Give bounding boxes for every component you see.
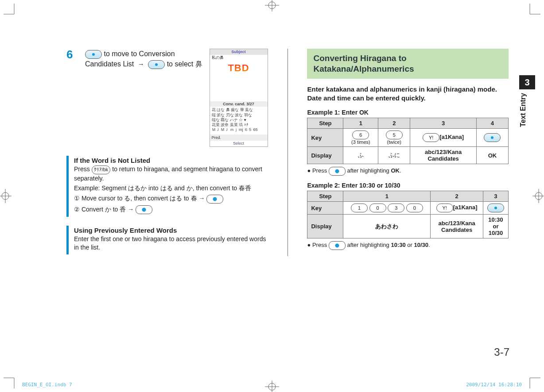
right-column: Converting Hiragana to Katakana/Alphanum… bbox=[307, 49, 509, 256]
note-heading: If the Word is Not Listed bbox=[74, 157, 268, 164]
phone-candidates: 花 はな 鼻 歯な 華 葉な 端 派な 刃な 波な 羽な 端な 覇な ハナ ☆ … bbox=[210, 107, 268, 134]
yahoo-key-icon: Y! bbox=[423, 133, 439, 142]
note-box: If the Word is Not Listed Press ｸﾘｱ/bk t… bbox=[66, 156, 268, 217]
center-key-icon bbox=[206, 195, 223, 204]
page-number: 3-7 bbox=[494, 346, 509, 358]
center-key-icon bbox=[136, 205, 152, 214]
phone-conv-bar: Conv. cand. 3/27 bbox=[210, 101, 268, 107]
nav-dpad-icon bbox=[484, 133, 501, 142]
footer-timestamp: 2009/12/14 16:28:10 bbox=[466, 382, 522, 388]
center-key-icon bbox=[329, 241, 346, 250]
phone-entered: 私の鼻 bbox=[210, 55, 268, 61]
step-number: 6 bbox=[66, 49, 79, 60]
note-text: Example: Segment はるか into はる and か, then… bbox=[74, 184, 268, 192]
digit-key-icon: 6 bbox=[352, 131, 369, 139]
step-row: 6 to move to Conversion Candidates List … bbox=[66, 49, 268, 147]
note-text: Enter the first one or two hiragana to a… bbox=[74, 235, 268, 252]
example-title: Example 1: Enter OK bbox=[307, 109, 509, 116]
example1-table: Step 1 2 3 4 Key 6 (3 times) 5 bbox=[307, 118, 509, 164]
crop-mark-icon bbox=[525, 373, 540, 388]
yahoo-key-icon: Y! bbox=[436, 204, 453, 212]
note-box: Using Previously Entered Words Enter the… bbox=[66, 226, 268, 254]
register-mark-icon bbox=[532, 183, 544, 209]
phone-screenshot: Subject 私の鼻 TBD Conv. cand. 3/27 花 はな 鼻 … bbox=[210, 49, 268, 147]
digit-key-icon: 5 bbox=[386, 131, 403, 139]
digit-key-icon: 3 bbox=[388, 204, 404, 212]
digit-key-icon: 0 bbox=[369, 204, 386, 212]
crop-mark-icon bbox=[4, 4, 19, 19]
section-heading: Converting Hiragana to Katakana/Alphanum… bbox=[307, 49, 509, 79]
note-text: ② Convert か to 香 → bbox=[74, 206, 136, 213]
phone-pred: Pred. bbox=[212, 135, 221, 140]
center-key-icon bbox=[329, 167, 346, 176]
svg-point-4 bbox=[92, 53, 95, 56]
svg-point-5 bbox=[155, 63, 158, 66]
left-column: 6 to move to Conversion Candidates List … bbox=[66, 49, 268, 254]
note-text: Press bbox=[74, 165, 92, 173]
footer-file: BEGIN_E_OI.indb 7 bbox=[22, 382, 72, 388]
crop-mark-icon bbox=[525, 4, 540, 19]
example-title: Example 2: Enter 10:30 or 10/30 bbox=[307, 182, 509, 189]
example1-note: Press after highlighting OK. bbox=[307, 167, 509, 176]
nav-dpad-icon bbox=[148, 60, 165, 69]
phone-title: Subject bbox=[210, 49, 268, 55]
svg-point-6 bbox=[491, 136, 493, 139]
svg-point-7 bbox=[494, 207, 497, 209]
column-divider bbox=[288, 49, 288, 256]
digit-key-icon: 0 bbox=[406, 204, 423, 212]
crop-mark-icon bbox=[4, 373, 19, 388]
section-lead: Enter katakana and alphanumerics in kanj… bbox=[307, 85, 509, 103]
print-footer: BEGIN_E_OI.indb 7 2009/12/14 16:28:10 bbox=[22, 382, 522, 388]
phone-tbd: TBD bbox=[212, 62, 266, 74]
step-text: to select bbox=[165, 60, 195, 68]
example2-table: Step 1 2 3 Key 1 0 3 0 bbox=[307, 191, 509, 238]
note-heading: Using Previously Entered Words bbox=[74, 227, 268, 234]
register-mark-icon bbox=[0, 183, 12, 209]
nav-dpad-icon bbox=[487, 204, 504, 212]
digit-key-icon: 1 bbox=[351, 204, 368, 212]
step-text: 鼻 bbox=[195, 60, 202, 68]
arrow-icon: → bbox=[136, 59, 146, 69]
note-text: ① Move cursor to る, then convert はる to 春… bbox=[74, 195, 206, 202]
nav-dpad-icon bbox=[85, 50, 102, 59]
phone-select: Select bbox=[210, 141, 268, 146]
example2-note: Press after highlighting 10:30 or 10/30. bbox=[307, 241, 509, 250]
clear-key-icon: ｸﾘｱ/bk bbox=[92, 165, 111, 174]
register-mark-icon bbox=[259, 0, 285, 12]
